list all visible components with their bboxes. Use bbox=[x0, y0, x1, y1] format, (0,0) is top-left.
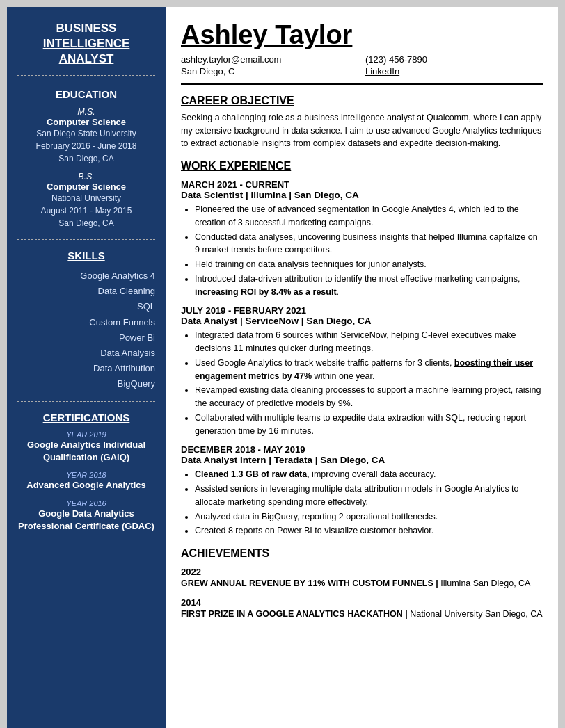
achievement-detail-1: FIRST PRIZE IN A GOOGLE ANALYTICS HACKAT… bbox=[181, 608, 543, 621]
cert-name-1: Advanced Google Analytics bbox=[17, 479, 155, 492]
job-bullets-0: Pioneered the use of advanced segmentati… bbox=[181, 203, 543, 298]
address: San Diego, C bbox=[181, 66, 358, 76]
cert-name-2: Google Data Analytics Professional Certi… bbox=[17, 508, 155, 533]
degree-school-2: National University bbox=[17, 192, 155, 204]
cleaned-bold: Cleaned 1.3 GB of raw data bbox=[195, 469, 307, 479]
job-2: DECEMBER 2018 - MAY 2019 Data Analyst In… bbox=[181, 444, 543, 537]
job-title-0: Data Scientist | Illumina | San Diego, C… bbox=[181, 190, 543, 200]
degree-major-2: Computer Science bbox=[17, 181, 155, 192]
job-period-2: DECEMBER 2018 - MAY 2019 bbox=[181, 444, 543, 455]
cert-2: YEAR 2016 Google Data Analytics Professi… bbox=[17, 499, 155, 533]
skill-3: Custom Funnels bbox=[17, 315, 155, 330]
email: ashley.taylor@email.com bbox=[181, 54, 358, 65]
bullet-0-2: Held training on data analysis technique… bbox=[195, 258, 543, 271]
degree-major-1: Computer Science bbox=[17, 117, 155, 127]
skills-list: Google Analytics 4 Data Cleaning SQL Cus… bbox=[17, 268, 155, 391]
achievement-normal-1: National University San Diego, CA bbox=[408, 609, 543, 619]
linkedin-link[interactable]: LinkedIn bbox=[365, 66, 543, 76]
sidebar-title: BUSINESS INTELLIGENCE ANALYST bbox=[17, 21, 155, 76]
achievements-title: ACHIEVEMENTS bbox=[181, 547, 543, 560]
bullet-0-0: Pioneered the use of advanced segmentati… bbox=[195, 203, 543, 229]
bullet-1-3: Collaborated with multiple teams to expe… bbox=[195, 412, 543, 438]
resume-container: BUSINESS INTELLIGENCE ANALYST EDUCATION … bbox=[7, 7, 558, 728]
cert-year-2: YEAR 2016 bbox=[17, 499, 155, 508]
degree-location-1: San Diego, CA bbox=[17, 152, 155, 165]
roi-bold: increasing ROI by 8.4% as a result bbox=[195, 287, 337, 297]
bullet-2-1: Assisted seniors in leveraging multiple … bbox=[195, 483, 543, 509]
degree-dates-1: February 2016 - June 2018 bbox=[17, 140, 155, 152]
degree-level-1: M.S. bbox=[17, 107, 155, 117]
career-objective-text: Seeking a challenging role as a business… bbox=[181, 111, 543, 150]
main-content: Ashley Taylor ashley.taylor@email.com (1… bbox=[166, 7, 558, 728]
sidebar: BUSINESS INTELLIGENCE ANALYST EDUCATION … bbox=[7, 7, 166, 728]
main-header: Ashley Taylor ashley.taylor@email.com (1… bbox=[181, 21, 543, 85]
education-section-title: EDUCATION bbox=[17, 88, 155, 100]
linkedin-anchor[interactable]: LinkedIn bbox=[365, 66, 399, 76]
bullet-1-1: Used Google Analytics to track website t… bbox=[195, 357, 543, 383]
job-bullets-1: Integrated data from 6 sources within Se… bbox=[181, 329, 543, 437]
job-period-1: JULY 2019 - FEBRUARY 2021 bbox=[181, 305, 543, 316]
bullet-1-2: Revamped existing data cleaning processe… bbox=[195, 384, 543, 410]
job-period-0: MARCH 2021 - CURRENT bbox=[181, 179, 543, 190]
skill-2: SQL bbox=[17, 299, 155, 314]
cert-0: YEAR 2019 Google Analytics Individual Qu… bbox=[17, 430, 155, 464]
cert-year-1: YEAR 2018 bbox=[17, 471, 155, 479]
degree-dates-2: August 2011 - May 2015 bbox=[17, 204, 155, 217]
sidebar-divider-2 bbox=[17, 401, 155, 402]
skill-5: Data Analysis bbox=[17, 346, 155, 361]
achievement-bold-1: FIRST PRIZE IN A GOOGLE ANALYTICS HACKAT… bbox=[181, 609, 408, 619]
achievement-year-1: 2014 bbox=[181, 597, 543, 608]
degree-location-2: San Diego, CA bbox=[17, 217, 155, 229]
applicant-name: Ashley Taylor bbox=[181, 21, 543, 50]
skill-7: BigQuery bbox=[17, 376, 155, 391]
achievement-detail-0: GREW ANNUAL REVENUE BY 11% WITH CUSTOM F… bbox=[181, 577, 543, 590]
skill-6: Data Attribution bbox=[17, 361, 155, 376]
bullet-2-0: Cleaned 1.3 GB of raw data, improving ov… bbox=[195, 468, 543, 481]
career-objective-title: CAREER OBJECTIVE bbox=[181, 95, 543, 107]
bullet-0-1: Conducted data analyses, uncovering busi… bbox=[195, 231, 543, 257]
cert-year-0: YEAR 2019 bbox=[17, 430, 155, 439]
achievement-normal-0: Illumina San Diego, CA bbox=[438, 579, 531, 588]
phone: (123) 456-7890 bbox=[365, 54, 543, 65]
degree-level-2: B.S. bbox=[17, 172, 155, 181]
bullet-0-3: Introduced data-driven attribution to id… bbox=[195, 273, 543, 299]
job-1: JULY 2019 - FEBRUARY 2021 Data Analyst |… bbox=[181, 305, 543, 437]
job-title-2: Data Analyst Intern | Teradata | San Die… bbox=[181, 455, 543, 465]
cert-1: YEAR 2018 Advanced Google Analytics bbox=[17, 471, 155, 492]
bullet-1-0: Integrated data from 6 sources within Se… bbox=[195, 329, 543, 355]
certifications-section-title: CERTIFICATIONS bbox=[17, 412, 155, 423]
work-experience-title: WORK EXPERIENCE bbox=[181, 160, 543, 172]
job-0: MARCH 2021 - CURRENT Data Scientist | Il… bbox=[181, 179, 543, 298]
sidebar-divider-1 bbox=[17, 239, 155, 240]
skill-4: Power Bi bbox=[17, 330, 155, 346]
education-item-1: M.S. Computer Science San Diego State Un… bbox=[17, 107, 155, 165]
job-title-1: Data Analyst | ServiceNow | San Diego, C… bbox=[181, 316, 543, 326]
skills-section-title: SKILLS bbox=[17, 250, 155, 261]
contact-grid: ashley.taylor@email.com (123) 456-7890 S… bbox=[181, 54, 543, 76]
boosting-bold: boosting their user engagement metrics b… bbox=[195, 358, 533, 381]
skill-0: Google Analytics 4 bbox=[17, 268, 155, 284]
achievement-bold-0: GREW ANNUAL REVENUE BY 11% WITH CUSTOM F… bbox=[181, 579, 438, 588]
bullet-2-2: Analyzed data in BigQuery, reporting 2 o… bbox=[195, 510, 543, 524]
education-item-2: B.S. Computer Science National Universit… bbox=[17, 172, 155, 229]
bullet-2-3: Created 8 reports on Power BI to visuali… bbox=[195, 524, 543, 537]
achievement-year-0: 2022 bbox=[181, 567, 543, 577]
job-bullets-2: Cleaned 1.3 GB of raw data, improving ov… bbox=[181, 468, 543, 537]
cert-name-0: Google Analytics Individual Qualificatio… bbox=[17, 439, 155, 464]
achievement-0: 2022 GREW ANNUAL REVENUE BY 11% WITH CUS… bbox=[181, 567, 543, 590]
skill-1: Data Cleaning bbox=[17, 284, 155, 299]
degree-school-1: San Diego State University bbox=[17, 127, 155, 140]
achievement-1: 2014 FIRST PRIZE IN A GOOGLE ANALYTICS H… bbox=[181, 597, 543, 621]
